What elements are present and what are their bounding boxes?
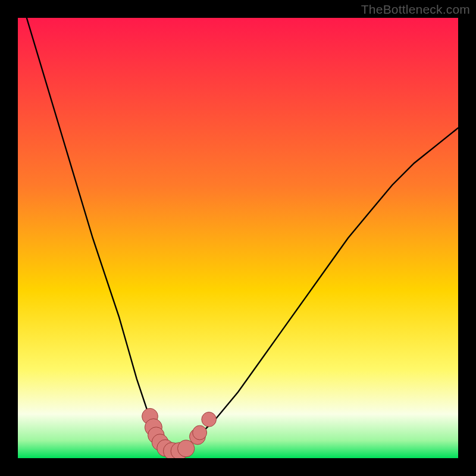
chart-frame: TheBottleneck.com	[0, 0, 476, 476]
watermark-text: TheBottleneck.com	[361, 2, 470, 17]
plot-area	[18, 18, 458, 458]
marker-dot	[202, 412, 217, 427]
marker-dot	[193, 425, 207, 440]
chart-svg	[18, 18, 458, 458]
